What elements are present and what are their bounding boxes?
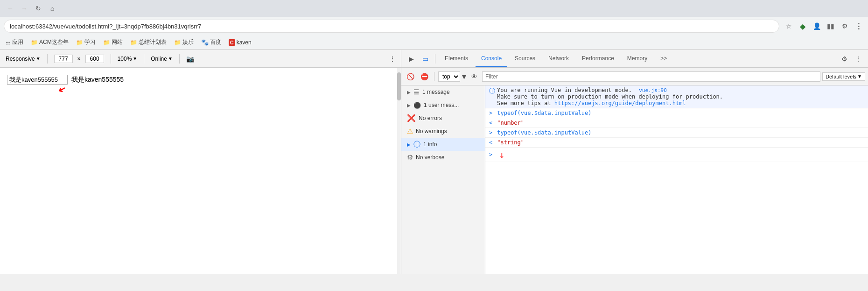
home-button[interactable]: ⌂ <box>46 2 59 15</box>
reload-button[interactable]: ↻ <box>32 2 45 15</box>
extension-icon-1[interactable]: ◆ <box>797 21 808 32</box>
prompt-gt-2[interactable]: > <box>489 129 492 136</box>
prompt-gt-1[interactable]: > <box>489 110 492 116</box>
filter-input[interactable] <box>482 71 820 82</box>
vue-input[interactable] <box>7 75 68 85</box>
sidebar-info-label: 1 info <box>423 141 437 148</box>
separator-3 <box>144 54 144 64</box>
tab-separator <box>435 54 435 64</box>
forward-button[interactable]: → <box>18 2 31 15</box>
vue-info-text-2: Make sure to turn on production mode whe… <box>497 93 723 100</box>
clear-console-button[interactable]: 🚫 <box>404 71 416 83</box>
star-icon[interactable]: ☆ <box>783 21 794 32</box>
info-line-2: Make sure to turn on production mode whe… <box>497 93 723 100</box>
back-button[interactable]: ← <box>4 2 17 15</box>
folder-icon-study: 📁 <box>76 39 83 46</box>
red-arrow-down: ↓ <box>499 149 504 160</box>
folder-icon-entertainment: 📁 <box>174 39 181 46</box>
console-sidebar: ▶ ☰ 1 message ▶ ⚫ 1 user mess... ❌ No er… <box>401 85 485 274</box>
viewport-scrollbar-thumb[interactable] <box>397 72 401 100</box>
dropdown-arrow-icon[interactable]: ▾ <box>462 71 466 82</box>
sidebar-user-messages-label: 1 user mess... <box>424 102 459 108</box>
browser-chrome: ← → ↻ ⌂ localhost:63342/vue/vue/todolist… <box>0 0 868 50</box>
vue-label: 我是kaven555555 <box>71 76 124 84</box>
prompt-lt-2: < <box>489 139 492 146</box>
viewport-width-input[interactable] <box>54 55 73 63</box>
sidebar-item-info[interactable]: ▶ ⓘ 1 info <box>401 138 485 151</box>
responsive-selector[interactable]: Responsive ▼ <box>6 56 41 62</box>
tab-console[interactable]: Console <box>476 50 507 67</box>
info-icon-inline: ⓘ <box>489 87 495 95</box>
sidebar-item-warnings[interactable]: ⚠ No warnings <box>401 125 485 138</box>
folder-icon-website: 📁 <box>103 39 110 46</box>
sidebar-warnings-label: No warnings <box>416 128 447 135</box>
input-row: 我是kaven555555 ➜ <box>7 75 394 85</box>
tab-more[interactable]: >> <box>655 50 672 67</box>
vue-deployment-link[interactable]: https://vuejs.org/guide/deployment.html <box>554 100 686 106</box>
online-dropdown-icon: ▼ <box>168 56 173 61</box>
info-icon: ⓘ <box>413 140 420 149</box>
more-menu-icon[interactable]: ⋮ <box>853 21 864 32</box>
info-text-block: You are running Vue in development mode.… <box>497 87 723 106</box>
info-line-1: You are running Vue in development mode.… <box>497 87 723 93</box>
viewport-height-input[interactable] <box>85 55 104 63</box>
dimension-x: × <box>77 56 81 62</box>
sidebar-item-verbose[interactable]: ⚙ No verbose <box>401 151 485 164</box>
bookmarks-bar: ⚏ 应用 📁 ACM这些年 📁 学习 📁 网站 📁 总结计划表 📁 娱乐 🐾 百… <box>0 35 868 50</box>
online-selector[interactable]: Online ▼ <box>151 56 173 62</box>
bookmark-apps[interactable]: ⚏ 应用 <box>4 37 25 47</box>
default-levels-label: Default levels <box>826 74 856 79</box>
inspect-element-button[interactable]: ▶ <box>405 53 417 65</box>
bookmark-website[interactable]: 📁 网站 <box>101 37 125 47</box>
settings-button[interactable]: ⚙ <box>838 53 850 65</box>
sidebar-item-errors[interactable]: ❌ No errors <box>401 112 485 125</box>
eye-button[interactable]: 👁 <box>468 71 480 83</box>
bookmark-acm-label: ACM这些年 <box>39 38 69 46</box>
console-sep <box>434 72 434 81</box>
console-line-typeof-1-cmd: > typeof(vue.$data.inputValue) <box>485 108 868 118</box>
extension-icon-3[interactable]: ▮▮ <box>825 21 836 32</box>
console-body: ▶ ☰ 1 message ▶ ⚫ 1 user mess... ❌ No er… <box>401 85 868 274</box>
bookmark-apps-label: 应用 <box>12 38 23 46</box>
bookmark-kaven[interactable]: C kaven <box>227 38 253 47</box>
bookmark-website-label: 网站 <box>112 38 123 46</box>
bookmark-baidu[interactable]: 🐾 百度 <box>199 37 223 47</box>
tab-network[interactable]: Network <box>543 50 574 67</box>
typeof-cmd-1: typeof(vue.$data.inputValue) <box>497 110 591 116</box>
screen-capture-icon[interactable]: 📷 <box>186 55 194 63</box>
console-second-bar: 🚫 ⛔ top ▾ 👁 Default levels ▼ <box>401 68 868 85</box>
extension-icon-4[interactable]: ⚙ <box>839 21 850 32</box>
messages-icon: ☰ <box>413 88 420 96</box>
bookmark-plan[interactable]: 📁 总结计划表 <box>128 37 168 47</box>
baidu-icon: 🐾 <box>201 39 209 46</box>
stop-recording-button[interactable]: ⛔ <box>418 71 430 83</box>
tab-sources[interactable]: Sources <box>509 50 541 67</box>
viewport-scrollbar[interactable] <box>397 68 401 274</box>
bookmark-acm[interactable]: 📁 ACM这些年 <box>29 37 70 47</box>
sidebar-item-messages[interactable]: ▶ ☰ 1 message <box>401 85 485 99</box>
bookmark-study[interactable]: 📁 学习 <box>74 37 98 47</box>
device-toolbar-button[interactable]: ▭ <box>419 53 431 65</box>
typeof-cmd-2: typeof(vue.$data.inputValue) <box>497 129 591 136</box>
sidebar-messages-label: 1 message <box>422 89 450 95</box>
responsive-toolbar: Responsive ▼ × 100% ▼ Online ▼ 📷 ⋮ <box>0 50 401 68</box>
tab-elements[interactable]: Elements <box>439 50 474 67</box>
more-options-icon[interactable]: ⋮ <box>390 56 395 62</box>
prompt-active[interactable]: > <box>489 151 492 158</box>
bookmark-baidu-label: 百度 <box>210 38 221 46</box>
tab-performance[interactable]: Performance <box>576 50 620 67</box>
zoom-selector[interactable]: 100% ▼ <box>118 56 138 62</box>
url-text: localhost:63342/vue/vue/todolist.html?_i… <box>10 23 201 30</box>
bookmark-entertainment[interactable]: 📁 娱乐 <box>172 37 196 47</box>
address-bar[interactable]: localhost:63342/vue/vue/todolist.html?_i… <box>4 20 779 33</box>
kaven-icon: C <box>229 39 235 46</box>
extension-icon-2[interactable]: 👤 <box>811 21 822 32</box>
context-selector[interactable]: top <box>438 71 460 82</box>
tab-memory[interactable]: Memory <box>622 50 653 67</box>
console-line-typeof-2-cmd: > typeof(vue.$data.inputValue) <box>485 128 868 138</box>
default-levels-button[interactable]: Default levels ▼ <box>822 72 865 81</box>
sidebar-item-user-messages[interactable]: ▶ ⚫ 1 user mess... <box>401 99 485 112</box>
devtools-more-button[interactable]: ⋮ <box>852 53 864 65</box>
tab-bar: ← → ↻ ⌂ <box>0 0 868 17</box>
vue-info-link[interactable]: vue.js:90 <box>639 87 667 93</box>
